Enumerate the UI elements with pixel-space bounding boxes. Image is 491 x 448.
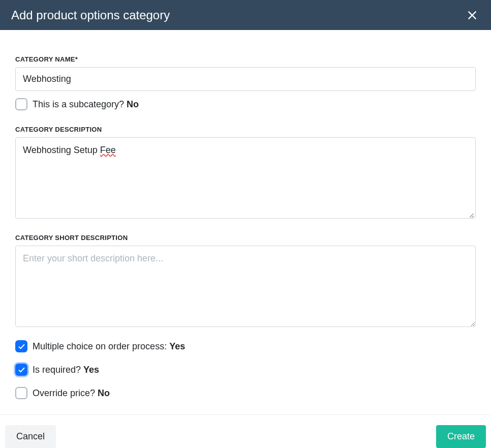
subcategory-value: No [127, 99, 139, 109]
override-price-checkbox[interactable] [15, 387, 27, 399]
override-price-row: Override price? No [15, 387, 476, 399]
check-icon [18, 366, 25, 374]
close-icon [467, 10, 478, 21]
multiple-choice-label: Multiple choice on order process: [33, 341, 169, 351]
modal-title: Add product options category [11, 8, 170, 22]
subcategory-label: This is a subcategory? [33, 99, 127, 109]
category-description-label: CATEGORY DESCRIPTION [15, 126, 476, 133]
close-button[interactable] [465, 8, 480, 23]
multiple-choice-row: Multiple choice on order process: Yes [15, 340, 476, 352]
subcategory-row: This is a subcategory? No [15, 98, 476, 110]
category-description-text-prefix: Webhosting Setup [23, 145, 100, 155]
multiple-choice-checkbox[interactable] [15, 340, 27, 352]
category-description-text-misspelled: Fee [100, 145, 116, 155]
category-name-label: CATEGORY NAME* [15, 55, 476, 63]
override-price-label: Override price? [33, 388, 98, 398]
is-required-value: Yes [83, 365, 99, 375]
modal-footer: Cancel Create [0, 414, 491, 448]
short-description-input[interactable] [15, 246, 476, 327]
is-required-label: Is required? [33, 365, 83, 375]
multiple-choice-value: Yes [169, 341, 185, 351]
subcategory-checkbox[interactable] [15, 98, 27, 110]
category-name-input[interactable] [15, 67, 476, 91]
is-required-row: Is required? Yes [15, 364, 476, 376]
resize-handle-icon [468, 211, 474, 217]
modal-header: Add product options category [0, 0, 491, 30]
cancel-button[interactable]: Cancel [5, 425, 56, 448]
category-description-input[interactable]: Webhosting Setup Fee [15, 137, 476, 219]
is-required-checkbox[interactable] [15, 364, 27, 376]
check-icon [18, 343, 25, 350]
short-description-label: CATEGORY SHORT DESCRIPTION [15, 234, 476, 242]
modal-body: CATEGORY NAME* This is a subcategory? No… [0, 30, 491, 399]
create-button[interactable]: Create [436, 425, 486, 448]
override-price-value: No [98, 388, 110, 398]
